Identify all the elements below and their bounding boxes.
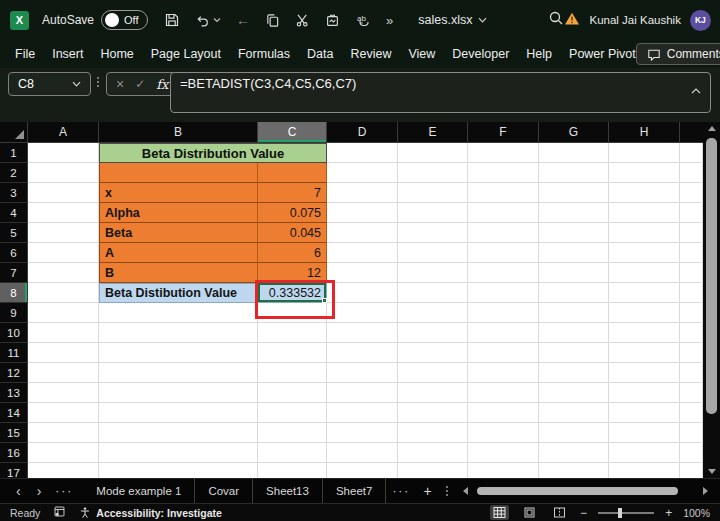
- column-header[interactable]: F: [468, 122, 539, 143]
- cell[interactable]: [28, 383, 99, 403]
- cell[interactable]: [258, 403, 327, 423]
- cell[interactable]: [468, 463, 539, 478]
- save-icon[interactable]: [164, 12, 180, 28]
- cell[interactable]: [609, 163, 680, 183]
- ribbon-tab[interactable]: File: [15, 47, 35, 61]
- ribbon-tab[interactable]: View: [408, 47, 435, 61]
- row-header[interactable]: 16: [0, 443, 28, 463]
- cell[interactable]: [539, 303, 609, 323]
- cell[interactable]: [28, 223, 99, 243]
- table-label-cell[interactable]: Alpha: [99, 203, 258, 223]
- cell[interactable]: [609, 243, 680, 263]
- cell[interactable]: [398, 303, 468, 323]
- row-header[interactable]: 5: [0, 223, 28, 243]
- row-header[interactable]: 9: [0, 303, 28, 323]
- cell[interactable]: [28, 343, 99, 363]
- cell[interactable]: [258, 443, 327, 463]
- normal-view-icon[interactable]: [490, 505, 509, 520]
- cell[interactable]: [99, 303, 258, 323]
- ribbon-tab[interactable]: Power Pivot: [569, 47, 636, 61]
- table-label-cell[interactable]: Beta: [99, 223, 258, 243]
- table-label-cell[interactable]: A: [99, 243, 258, 263]
- cell[interactable]: [28, 203, 99, 223]
- cell[interactable]: [539, 203, 609, 223]
- table-label-cell[interactable]: B: [99, 263, 258, 283]
- cell[interactable]: [327, 363, 398, 383]
- cell[interactable]: [28, 263, 99, 283]
- cell[interactable]: [468, 183, 539, 203]
- cell[interactable]: [258, 343, 327, 363]
- cell[interactable]: [609, 263, 680, 283]
- cell[interactable]: [539, 183, 609, 203]
- collapse-formula-bar-icon[interactable]: [691, 82, 701, 97]
- more-sheets-right-icon[interactable]: ···: [386, 484, 416, 498]
- cell[interactable]: [680, 283, 703, 303]
- cell[interactable]: [99, 323, 258, 343]
- page-break-view-icon[interactable]: [550, 505, 569, 520]
- cell[interactable]: [99, 363, 258, 383]
- cell[interactable]: [609, 383, 680, 403]
- name-box[interactable]: C8: [8, 72, 91, 96]
- cell[interactable]: [99, 463, 258, 478]
- cell[interactable]: [680, 163, 703, 183]
- row-header[interactable]: 7: [0, 263, 28, 283]
- zoom-slider[interactable]: [598, 512, 654, 514]
- column-header-selected[interactable]: C: [258, 122, 327, 143]
- scroll-right-icon[interactable]: [703, 487, 708, 495]
- selected-cell-c8[interactable]: 0.333532: [258, 283, 327, 303]
- cell[interactable]: [680, 323, 703, 343]
- back-icon[interactable]: ←: [236, 13, 250, 27]
- cell[interactable]: [609, 203, 680, 223]
- horizontal-scroll-track[interactable]: [473, 486, 698, 496]
- cell[interactable]: [539, 263, 609, 283]
- ribbon-tab[interactable]: Formulas: [238, 47, 290, 61]
- cell[interactable]: [28, 243, 99, 263]
- table-value-cell[interactable]: 0.045: [258, 223, 327, 243]
- cell[interactable]: [680, 363, 703, 383]
- cell[interactable]: [539, 163, 609, 183]
- zoom-in-icon[interactable]: +: [665, 506, 672, 520]
- row-header[interactable]: 13: [0, 383, 28, 403]
- horizontal-scrollbar[interactable]: [463, 486, 708, 496]
- cell[interactable]: [99, 383, 258, 403]
- column-header[interactable]: B: [99, 122, 258, 143]
- cell[interactable]: [398, 363, 468, 383]
- scroll-left-icon[interactable]: [463, 487, 468, 495]
- cell[interactable]: [258, 323, 327, 343]
- cell[interactable]: [680, 143, 703, 163]
- table-value-cell[interactable]: 12: [258, 263, 327, 283]
- cell[interactable]: [609, 303, 680, 323]
- cell[interactable]: [609, 363, 680, 383]
- cell[interactable]: [398, 463, 468, 478]
- cell[interactable]: [468, 343, 539, 363]
- cell[interactable]: [609, 403, 680, 423]
- cell[interactable]: [468, 323, 539, 343]
- prev-sheet-icon[interactable]: ‹: [8, 484, 29, 498]
- ribbon-tab[interactable]: Page Layout: [151, 47, 221, 61]
- sheet-tab[interactable]: Covar: [195, 479, 253, 503]
- cell[interactable]: [398, 263, 468, 283]
- cell[interactable]: [28, 323, 99, 343]
- cell[interactable]: [468, 403, 539, 423]
- zoom-out-icon[interactable]: −: [580, 506, 587, 520]
- cell[interactable]: [327, 323, 398, 343]
- cell[interactable]: [539, 443, 609, 463]
- vertical-scrollbar[interactable]: [703, 122, 720, 478]
- ribbon-tab[interactable]: Insert: [52, 47, 83, 61]
- accessibility-status[interactable]: Accessibility: Investigate: [79, 506, 221, 519]
- cell[interactable]: [468, 423, 539, 443]
- ribbon-tab[interactable]: Review: [350, 47, 391, 61]
- scroll-down-icon[interactable]: [708, 469, 716, 474]
- sheet-options-icon[interactable]: [439, 486, 455, 496]
- cut-icon[interactable]: [295, 13, 310, 28]
- cell[interactable]: [327, 423, 398, 443]
- autosave-control[interactable]: AutoSave Off: [42, 10, 148, 30]
- cell[interactable]: [398, 143, 468, 163]
- row-header[interactable]: 6: [0, 243, 28, 263]
- insert-function-icon[interactable]: fx: [156, 77, 168, 92]
- cell[interactable]: [609, 423, 680, 443]
- cell[interactable]: [28, 143, 99, 163]
- cell[interactable]: [398, 283, 468, 303]
- cell[interactable]: [327, 463, 398, 478]
- cell[interactable]: [327, 283, 398, 303]
